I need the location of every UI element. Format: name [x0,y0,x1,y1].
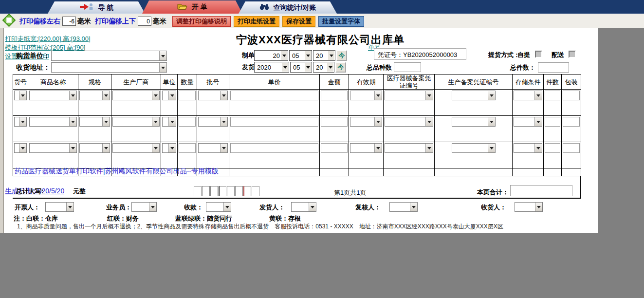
receiver-select[interactable] [515,202,543,212]
amount-input[interactable] [321,143,348,153]
unit-select[interactable] [162,117,176,127]
binoculars-icon [259,3,269,12]
chevron-down-icon [282,63,288,72]
device-record-no-select[interactable] [385,91,433,100]
expiry-select[interactable] [350,91,382,100]
unit-select[interactable] [162,143,176,153]
quantity-input[interactable] [179,143,196,153]
col-header-item-no: 货号 [13,74,28,90]
ship-date-year-select[interactable]: 2020 [254,62,289,73]
batch-no-select[interactable] [198,117,228,127]
make-date-year-select[interactable]: 20 [254,50,288,61]
manufacturer-select[interactable] [112,91,160,100]
ship-date-day-select[interactable]: 20 [313,62,334,73]
pickup-delivery-checkbox[interactable] [569,51,576,58]
product-name-select[interactable] [29,117,77,127]
manufacturer-select[interactable] [112,143,160,153]
save-settings-button[interactable]: 保存设置 [282,16,315,27]
production-record-no-select[interactable] [452,117,496,127]
unit-price-input[interactable] [230,91,318,100]
buyer-select[interactable] [51,51,167,61]
piece-count-input[interactable] [545,117,560,127]
unit-select[interactable] [162,91,176,100]
chevron-down-icon [19,144,26,152]
device-record-no-select[interactable] [385,143,433,153]
item-no-select[interactable] [14,91,27,100]
vendor-watermark-link[interactable]: 药品医疗器械送货单打印软件|苏州飚风软件有限公司出品--专用模版 [15,167,219,176]
device-record-no-select[interactable] [385,117,433,127]
col-header-package: 包装 [562,74,581,90]
copy-cell [194,186,202,196]
batch-no-select[interactable] [198,143,228,153]
copy-cell [202,186,210,196]
chevron-down-icon [534,144,542,152]
ship-date-month-select[interactable]: 05 [290,62,312,73]
chevron-down-icon [374,144,382,152]
storage-condition-select[interactable] [514,143,542,153]
batch-no-select[interactable] [198,91,228,100]
amount-input[interactable] [321,91,348,100]
offset-lr-input[interactable] [62,17,76,26]
expiry-select[interactable] [350,117,382,127]
expiry-select[interactable] [350,143,382,153]
production-record-no-select[interactable] [452,143,496,153]
nav-arrow-person-icon [79,3,94,12]
adjust-offset-help-button[interactable]: 调整打印偏移说明 [172,16,231,27]
cashier-select[interactable] [206,202,231,212]
tab-bar: 导 航 开 单 查询统计/对账 [0,0,644,14]
page-total-input[interactable] [510,185,572,196]
storage-condition-select[interactable] [514,117,542,127]
make-date-month-select[interactable]: 05 [289,50,312,61]
spec-select[interactable] [79,91,110,100]
tab-query-stats[interactable]: 查询统计/对账 [239,1,337,14]
manufacturer-select[interactable] [112,117,160,127]
tab-billing[interactable]: 开 单 [142,0,242,14]
package-input[interactable] [563,143,580,153]
today-button[interactable]: 今 [335,62,346,73]
product-name-select[interactable] [29,91,77,100]
pickup-delivery-label: 配送 [552,51,564,59]
app-window: 导 航 开 单 查询统计/对账 [0,0,644,298]
spec-select[interactable] [79,143,110,153]
total-pieces-input[interactable] [538,62,569,73]
chevron-down-icon [305,63,311,72]
storage-condition-select[interactable] [514,91,542,100]
page-info: 第1页共1页 [334,188,366,197]
tab-navigation-label: 导 航 [98,3,114,12]
salesman-select[interactable] [131,202,157,212]
quantity-input[interactable] [179,117,196,127]
quantity-input[interactable] [179,91,196,100]
paper-feed-settings-button[interactable]: 打印走纸设置 [234,16,279,27]
batch-font-settings-button[interactable]: 批量设置字体 [318,16,364,27]
make-date-day-select[interactable]: 20 [313,50,335,61]
unit-price-input[interactable] [230,117,318,127]
total-kinds-input[interactable] [394,62,421,72]
chevron-down-icon [425,91,433,100]
col-header-storage-condition: 存储条件 [513,74,544,90]
issuer-select[interactable] [45,202,74,212]
item-no-select[interactable] [14,117,27,127]
address-select[interactable] [51,62,167,73]
reviewer-label: 复核人： [355,203,381,212]
offset-ud-input[interactable] [138,17,151,26]
reviewer-select[interactable] [389,202,418,212]
piece-count-input[interactable] [545,91,560,100]
package-input[interactable] [563,117,580,127]
copy-note-blue-green: 蓝联绿联：随货同行 [175,214,232,223]
production-record-no-select[interactable] [452,91,496,100]
product-name-select[interactable] [29,143,77,153]
unit-price-input[interactable] [230,143,318,153]
item-no-select[interactable] [14,143,27,153]
shipper-select[interactable] [291,202,316,212]
piece-count-input[interactable] [545,143,560,153]
package-input[interactable] [563,91,580,100]
spec-select[interactable] [79,117,110,127]
paper-size-link[interactable]: 打印走纸宽:[220.00] 高:[93.00] [5,35,91,43]
today-button[interactable]: 今 [336,50,347,61]
tab-navigation[interactable]: 导 航 [48,1,145,14]
page-total-label: 本页合计： [477,188,509,197]
amount-input[interactable] [321,117,348,127]
cashier-label: 收款： [184,203,203,212]
col-header-unit-price: 单价 [229,74,320,90]
pickup-self-checkbox[interactable] [535,51,542,58]
